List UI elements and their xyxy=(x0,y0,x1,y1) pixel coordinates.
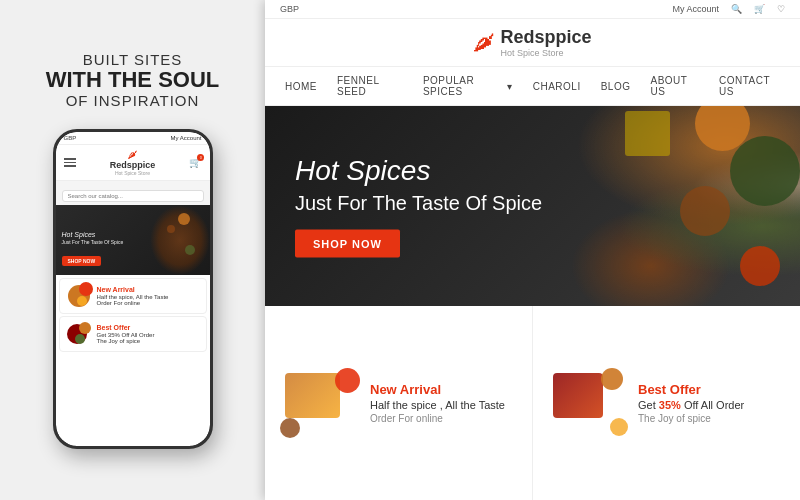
desktop-currency: GBP xyxy=(280,4,299,14)
desktop-header: 🌶 Redsppice Hot Spice Store xyxy=(265,19,800,67)
promo2-spice-accent xyxy=(601,368,623,390)
promo1-label: New Arrival xyxy=(370,382,517,397)
tagline-line3: OF INSPIRATION xyxy=(46,92,220,109)
cart-badge: 0 xyxy=(197,154,204,161)
desktop-topbar: GBP My Account 🔍 🛒 ♡ xyxy=(265,0,800,19)
phone-header: 🌶 Redsppice Hot Spice Store 🛒 0 xyxy=(56,145,210,181)
phone-cart-icon[interactable]: 🛒 0 xyxy=(189,157,201,168)
spice-decoration xyxy=(185,245,195,255)
spice-bowl-2 xyxy=(730,136,800,206)
phone-promo1: New Arrival Half the spice, All the Tast… xyxy=(59,278,207,314)
promo1-sub: Order For online xyxy=(370,413,517,424)
desktop-account: My Account xyxy=(672,4,719,14)
phone-search-input[interactable] xyxy=(62,190,204,202)
phone-promo2: Best Offer Get 35% Off All Order The Joy… xyxy=(59,316,207,352)
promo1-spice-accent2 xyxy=(280,418,300,438)
dropdown-arrow: ▾ xyxy=(507,81,513,92)
tagline: BUILT SITES WITH THE SOUL OF INSPIRATION xyxy=(46,51,220,109)
nav-fennel[interactable]: FENNEL SEED xyxy=(337,75,403,97)
chili-icon: 🌶 xyxy=(127,149,137,160)
phone-logo-sub: Hot Spice Store xyxy=(115,170,150,176)
phone-hero-title: Hot Spices xyxy=(62,231,124,238)
desktop-logo: 🌶 Redsppice Hot Spice Store xyxy=(473,27,591,58)
phone-hero-sub: Just For The Taste Of Spice xyxy=(62,239,124,245)
desktop-hero: Hot Spices Just For The Taste Of Spice S… xyxy=(265,106,800,306)
promo2-title: Best Offer xyxy=(97,324,155,331)
hamburger-icon[interactable] xyxy=(64,158,76,167)
phone-logo: 🌶 Redsppice Hot Spice Store xyxy=(110,149,156,176)
promo1-spice-bg xyxy=(285,373,340,418)
phone-currency: GBP xyxy=(64,135,77,141)
promo2-spice-accent2 xyxy=(610,418,628,436)
nav-popular[interactable]: POPULAR SPICES ▾ xyxy=(423,75,513,97)
desktop-logo-sub: Hot Spice Store xyxy=(500,48,591,58)
tagline-line1: BUILT SITES xyxy=(46,51,220,68)
phone-search-bar xyxy=(56,181,210,205)
promo2-image xyxy=(65,320,93,348)
promo1-desc: Half the spice , All the Taste xyxy=(370,399,517,411)
promo2-desc-before: Get xyxy=(638,399,659,411)
phone-shop-button[interactable]: SHOP NOW xyxy=(62,256,102,266)
hero-content: Hot Spices Just For The Taste Of Spice S… xyxy=(295,155,542,258)
nav-blog[interactable]: BLOG xyxy=(601,81,631,92)
desktop-logo-name: Redsppice xyxy=(500,27,591,48)
desktop-nav: HOME FENNEL SEED POPULAR SPICES ▾ CHAROL… xyxy=(265,67,800,106)
nav-about[interactable]: ABOUT US xyxy=(650,75,699,97)
hero-subtitle: Just For The Taste Of Spice xyxy=(295,192,542,215)
tagline-line2: WITH THE SOUL xyxy=(46,68,220,92)
phone-hero: Hot Spices Just For The Taste Of Spice S… xyxy=(56,205,210,275)
promo2-spice-bg xyxy=(553,373,603,418)
spice-decoration xyxy=(167,225,175,233)
logo-chili-icon: 🌶 xyxy=(473,30,495,56)
spice-decoration xyxy=(178,213,190,225)
promo1-image xyxy=(65,282,93,310)
phone-topbar: GBP My Account xyxy=(56,132,210,145)
desktop-topbar-right: My Account 🔍 🛒 ♡ xyxy=(672,4,785,14)
promo2-sub: The Joy of spice xyxy=(638,413,785,424)
spice-bowl-3 xyxy=(680,186,730,236)
promo2-text: Best Offer Get 35% Off All Order The Joy… xyxy=(97,324,155,344)
promo2-highlight: 35% xyxy=(659,399,681,411)
nav-contact[interactable]: CONTACT US xyxy=(719,75,780,97)
promo2-desc: Get 35% Off All Order xyxy=(638,399,785,411)
promo2-sub: The Joy of spice xyxy=(97,338,155,344)
wishlist-icon[interactable]: ♡ xyxy=(777,4,785,14)
search-icon[interactable]: 🔍 xyxy=(731,4,742,14)
phone-mockup: GBP My Account 🌶 Redsppice Hot Spice Sto… xyxy=(53,129,213,449)
promo1-text: New Arrival Half the spice, All the Tast… xyxy=(97,286,169,306)
logo-text-area: Redsppice Hot Spice Store xyxy=(500,27,591,58)
desktop-promo1: New Arrival Half the spice , All the Tas… xyxy=(265,306,533,500)
phone-screen: GBP My Account 🌶 Redsppice Hot Spice Sto… xyxy=(56,132,210,446)
hero-shop-button[interactable]: SHOP NOW xyxy=(295,230,400,258)
desktop-promos: New Arrival Half the spice , All the Tas… xyxy=(265,306,800,500)
phone-hero-text: Hot Spices Just For The Taste Of Spice S… xyxy=(62,231,124,267)
promo1-title: New Arrival xyxy=(97,286,169,293)
nav-home[interactable]: HOME xyxy=(285,81,317,92)
promo2-info: Best Offer Get 35% Off All Order The Joy… xyxy=(638,382,785,424)
spice-bowl-5 xyxy=(740,246,780,286)
desktop-panel: GBP My Account 🔍 🛒 ♡ 🌶 Redsppice Hot Spi… xyxy=(265,0,800,500)
promo2-image-area xyxy=(548,368,628,438)
promo1-sub: Order For online xyxy=(97,300,169,306)
promo2-label: Best Offer xyxy=(638,382,785,397)
spice-bowl-4 xyxy=(625,111,670,156)
phone-account: My Account xyxy=(170,135,201,141)
promo1-image-area xyxy=(280,368,360,438)
phone-promos: New Arrival Half the spice, All the Tast… xyxy=(56,275,210,446)
desktop-promo2: Best Offer Get 35% Off All Order The Joy… xyxy=(533,306,800,500)
promo1-spice-accent xyxy=(335,368,360,393)
hero-title: Hot Spices xyxy=(295,155,542,187)
phone-logo-text: Redsppice xyxy=(110,160,156,170)
nav-charoli[interactable]: CHAROLI xyxy=(533,81,581,92)
left-panel: BUILT SITES WITH THE SOUL OF INSPIRATION… xyxy=(0,0,265,500)
promo2-desc-after: Off All Order xyxy=(681,399,744,411)
cart-icon[interactable]: 🛒 xyxy=(754,4,765,14)
promo1-info: New Arrival Half the spice , All the Tas… xyxy=(370,382,517,424)
